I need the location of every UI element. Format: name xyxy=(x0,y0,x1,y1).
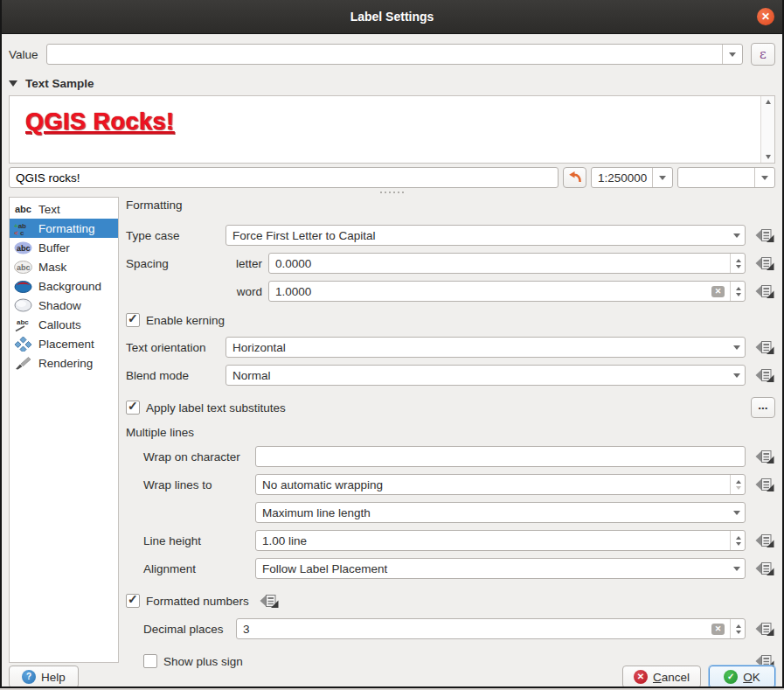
scroll-up-icon[interactable] xyxy=(766,100,771,104)
sidebar-item-rendering[interactable]: Rendering xyxy=(10,353,118,373)
help-button[interactable]: ? Help xyxy=(9,666,79,688)
sidebar-item-buffer[interactable]: abc Buffer xyxy=(10,238,118,257)
alignment-row: Alignment Follow Label Placement xyxy=(126,558,775,579)
preview-scale-combobox[interactable]: 1:250000 xyxy=(591,167,673,188)
svg-text:< c: < c xyxy=(14,229,24,236)
sidebar-item-background[interactable]: Background xyxy=(10,276,118,296)
alignment-label: Alignment xyxy=(143,562,255,575)
apply-substitutes-label: Apply label text substitutes xyxy=(146,401,286,415)
rendering-icon xyxy=(14,356,32,370)
data-defined-override-icon[interactable] xyxy=(753,337,775,358)
undo-arrow-icon xyxy=(568,171,582,185)
chevron-down-icon[interactable] xyxy=(726,366,740,385)
sidebar-item-label: Shadow xyxy=(38,299,81,312)
data-defined-override-icon[interactable] xyxy=(753,530,775,551)
help-button-label: Help xyxy=(41,671,66,684)
text-icon: abc xyxy=(14,203,32,215)
spinner-arrows-icon[interactable] xyxy=(730,531,741,550)
ok-button[interactable]: ✓ OK xyxy=(709,666,775,688)
sidebar-item-label: Formatting xyxy=(38,222,95,235)
value-combobox[interactable] xyxy=(46,44,743,65)
spinner-arrows-icon[interactable] xyxy=(730,475,741,494)
sidebar-item-shadow[interactable]: Shadow xyxy=(10,296,118,315)
enable-kerning-checkbox[interactable] xyxy=(126,313,140,327)
sidebar-item-text[interactable]: abc Text xyxy=(10,199,118,219)
chevron-down-icon[interactable] xyxy=(652,168,672,187)
preview-scrollbar[interactable] xyxy=(760,96,774,163)
decimal-places-row: Decimal places 3 ✕ xyxy=(126,618,775,639)
blend-mode-combobox[interactable]: Normal xyxy=(225,365,746,386)
chevron-down-icon[interactable] xyxy=(726,503,740,522)
wrap-mode-combobox[interactable]: Maximum line length xyxy=(255,502,746,523)
close-icon[interactable]: ✕ xyxy=(757,8,774,25)
cancel-button-label: Cancel xyxy=(653,671,690,684)
scroll-down-icon[interactable] xyxy=(766,155,771,159)
chevron-down-icon[interactable] xyxy=(726,338,740,357)
text-sample-header[interactable]: Text Sample xyxy=(9,77,775,90)
data-defined-override-icon[interactable] xyxy=(753,253,775,274)
wrap-lines-spinbox[interactable]: No automatic wrapping xyxy=(255,474,746,495)
line-height-spinbox[interactable]: 1.00 line xyxy=(255,530,746,551)
alignment-value: Follow Label Placement xyxy=(262,562,726,575)
cancel-button[interactable]: ✕ Cancel xyxy=(622,666,701,688)
chevron-down-icon[interactable] xyxy=(754,168,774,187)
expression-builder-button[interactable]: ε xyxy=(751,43,775,66)
enable-kerning-row: Enable kerning xyxy=(126,313,775,327)
wrap-lines-to-label: Wrap lines to xyxy=(143,478,255,491)
chevron-down-icon[interactable] xyxy=(726,226,740,245)
text-orientation-combobox[interactable]: Horizontal xyxy=(225,337,746,358)
spinner-arrows-icon[interactable] xyxy=(730,619,741,638)
formatted-numbers-label: Formatted numbers xyxy=(146,595,249,608)
word-spacing-spinbox[interactable]: 1.0000 ✕ xyxy=(268,281,746,302)
data-defined-override-icon[interactable] xyxy=(753,225,775,246)
wrap-lines-value: No automatic wrapping xyxy=(262,478,725,491)
spacing-label: Spacing xyxy=(126,257,225,270)
clear-value-icon[interactable]: ✕ xyxy=(711,286,725,297)
substitutes-more-button[interactable]: ... xyxy=(751,397,775,418)
clear-value-icon[interactable]: ✕ xyxy=(711,624,725,635)
formatted-numbers-checkbox[interactable] xyxy=(126,594,140,608)
sidebar-item-label: Mask xyxy=(38,261,66,274)
type-case-combobox[interactable]: Force First Letter to Capital xyxy=(225,225,746,246)
settings-sidebar: abc Text +ab < c Formatting abc xyxy=(9,197,119,663)
wrap-mode-row: Maximum line length xyxy=(126,502,775,523)
preview-size-combobox[interactable] xyxy=(677,167,775,188)
data-defined-override-icon[interactable] xyxy=(258,590,281,611)
text-orientation-value: Horizontal xyxy=(232,341,726,354)
chevron-down-icon[interactable] xyxy=(726,559,740,578)
data-defined-override-icon[interactable] xyxy=(753,446,775,467)
sidebar-item-mask[interactable]: abc Mask xyxy=(10,257,118,276)
data-defined-override-icon[interactable] xyxy=(753,281,775,302)
reset-sample-button[interactable] xyxy=(563,167,586,188)
sample-text-input[interactable] xyxy=(9,167,559,188)
data-defined-override-icon[interactable] xyxy=(753,474,775,495)
spinner-arrows-icon[interactable] xyxy=(730,282,741,301)
titlebar[interactable]: Label Settings ✕ xyxy=(2,0,782,34)
sidebar-item-callouts[interactable]: abc Callouts xyxy=(10,315,118,334)
sidebar-item-placement[interactable]: Placement xyxy=(10,334,118,353)
data-defined-override-icon[interactable] xyxy=(753,365,775,386)
wrap-character-input[interactable] xyxy=(255,446,746,467)
data-defined-override-icon[interactable] xyxy=(753,618,775,639)
dialog-content: Value ε Text Sample QGIS Rocks! xyxy=(2,43,782,688)
decimal-places-label: Decimal places xyxy=(143,623,236,636)
data-defined-override-icon[interactable] xyxy=(753,558,775,579)
sidebar-item-formatting[interactable]: +ab < c Formatting xyxy=(10,219,118,238)
shadow-icon xyxy=(14,298,32,312)
wrap-on-character-row: Wrap on character xyxy=(126,446,775,467)
collapse-triangle-icon[interactable] xyxy=(9,80,17,87)
letter-spacing-spinbox[interactable]: 0.0000 xyxy=(268,253,746,274)
splitter-handle[interactable] xyxy=(9,188,775,197)
type-case-row: Type case Force First Letter to Capital xyxy=(126,225,775,246)
decimal-places-spinbox[interactable]: 3 ✕ xyxy=(236,618,746,639)
chevron-down-icon[interactable] xyxy=(722,45,742,64)
label-settings-dialog: Label Settings ✕ Value ε Text Sample QGI… xyxy=(0,0,784,688)
value-label: Value xyxy=(9,48,38,61)
apply-substitutes-checkbox[interactable] xyxy=(126,401,140,415)
text-orientation-row: Text orientation Horizontal xyxy=(126,337,775,358)
alignment-combobox[interactable]: Follow Label Placement xyxy=(255,558,746,579)
type-case-label: Type case xyxy=(126,229,225,242)
spinner-arrows-icon[interactable] xyxy=(730,254,741,273)
enable-kerning-label: Enable kerning xyxy=(146,314,225,327)
ok-check-icon: ✓ xyxy=(724,670,738,684)
